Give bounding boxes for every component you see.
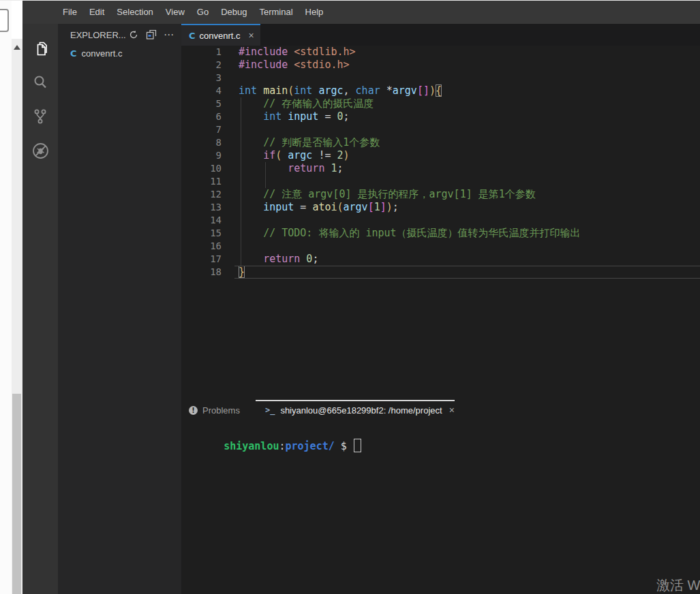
menu-debug[interactable]: Debug [215, 7, 253, 17]
terminal-prompt: shiyanlou:project/ $ [224, 440, 353, 452]
code-text: return 1; [181, 162, 700, 175]
code-line[interactable]: 15 // TODO: 将输入的 input（摄氏温度）值转为华氏温度并打印输出 [181, 227, 700, 240]
close-icon[interactable]: × [449, 405, 455, 416]
line-number: 13 [181, 201, 222, 214]
menu-file[interactable]: File [57, 7, 83, 17]
code-line[interactable]: 17 return 0; [181, 253, 700, 266]
code-line[interactable]: 4int main(int argc, char *argv[]){ [181, 84, 700, 97]
line-number: 5 [181, 97, 222, 110]
code-line[interactable]: 3 [181, 72, 700, 84]
code-text: // 判断是否输入1个参数 [181, 136, 700, 149]
sidebar-item-explorer[interactable] [22, 31, 58, 65]
clipped-edge-widget [0, 9, 9, 32]
line-number: 1 [181, 46, 222, 59]
terminal-tab-label: shiyanlou@665e18299bf2: /home/project [280, 405, 442, 416]
menu-view[interactable]: View [159, 7, 191, 17]
code-line[interactable]: 9 if( argc != 2) [181, 149, 700, 162]
line-number: 7 [181, 123, 222, 136]
collapse-all-icon[interactable] [146, 29, 157, 40]
search-icon [31, 74, 49, 91]
line-number: 16 [181, 240, 222, 253]
left-edge-strip [0, 0, 12, 594]
sidebar-item-search[interactable] [22, 65, 58, 99]
code-text: } [181, 266, 700, 279]
files-icon [31, 40, 49, 57]
line-number: 9 [181, 149, 222, 162]
file-item-label: convenrt.c [82, 48, 123, 59]
code-text: #include <stdio.h> [181, 59, 700, 72]
code-line[interactable]: 1#include <stdlib.h> [181, 46, 700, 59]
tab-label: convenrt.c [200, 31, 241, 41]
line-number: 2 [181, 59, 222, 72]
line-number: 6 [181, 110, 222, 123]
page-scrollbar[interactable] [12, 0, 22, 594]
explorer-header: EXPLORER... ⋯ [58, 24, 181, 46]
editor-group: C convenrt.c × 1#include <stdlib.h>2#inc… [181, 24, 700, 594]
menu-terminal[interactable]: Terminal [253, 7, 299, 17]
menu-edit[interactable]: Edit [83, 7, 110, 17]
activate-windows-watermark: 激活 W [656, 576, 700, 594]
code-text: if( argc != 2) [181, 149, 700, 162]
scrollbar-thumb[interactable] [12, 394, 21, 594]
close-icon[interactable]: × [249, 31, 254, 40]
git-branch-icon [31, 108, 49, 125]
code-line[interactable]: 7 [181, 123, 700, 136]
line-number: 14 [181, 214, 222, 227]
ide-window: { "menu_bar": { "items": ["File", "Edit"… [0, 0, 700, 594]
bottom-panel: ! Problems >_ shiyanlou@665e18299bf2: /h… [181, 400, 700, 594]
panel-tab-bar: ! Problems >_ shiyanlou@665e18299bf2: /h… [181, 400, 700, 420]
explorer-sidebar: EXPLORER... ⋯ C convenrt.c [58, 24, 181, 594]
menu-help[interactable]: Help [299, 7, 330, 17]
line-number: 3 [181, 72, 222, 84]
code-line[interactable]: 13 input = atoi(argv[1]); [181, 201, 700, 214]
code-line[interactable]: 18} [181, 266, 700, 279]
debug-disabled-icon [31, 142, 50, 160]
problems-tab-label: Problems [202, 405, 240, 416]
explorer-title: EXPLORER... [70, 30, 126, 40]
code-line[interactable]: 6 int input = 0; [181, 110, 700, 123]
tab-terminal[interactable]: >_ shiyanlou@665e18299bf2: /home/project… [265, 405, 455, 416]
code-line[interactable]: 8 // 判断是否输入1个参数 [181, 136, 700, 149]
scrollbar-track[interactable] [12, 39, 22, 594]
line-number: 4 [181, 84, 222, 97]
code-line[interactable]: 10 return 1; [181, 162, 700, 175]
tab-convenrt-c[interactable]: C convenrt.c × [181, 24, 260, 46]
code-line[interactable]: 14 [181, 214, 700, 227]
code-text: // 注意 argv[0] 是执行的程序，argv[1] 是第1个参数 [181, 188, 700, 201]
code-editor[interactable]: 1#include <stdlib.h>2#include <stdio.h>3… [181, 46, 700, 400]
line-number: 11 [181, 175, 222, 188]
menu-bar: File Edit Selection View Go Debug Termin… [22, 0, 700, 24]
c-file-icon: C [70, 48, 77, 59]
menu-go[interactable]: Go [191, 7, 215, 17]
tab-problems[interactable]: ! Problems [189, 405, 240, 416]
line-number: 15 [181, 227, 222, 240]
scroll-up-arrow-icon[interactable] [14, 45, 20, 50]
problems-icon: ! [189, 406, 198, 415]
file-item-convenrt-c[interactable]: C convenrt.c [58, 46, 181, 61]
code-line[interactable]: 5 // 存储输入的摄氏温度 [181, 97, 700, 110]
code-text: // TODO: 将输入的 input（摄氏温度）值转为华氏温度并打印输出 [181, 227, 700, 240]
refresh-icon[interactable] [128, 29, 139, 40]
line-number: 12 [181, 188, 222, 201]
code-text: int main(int argc, char *argv[]){ [181, 84, 700, 97]
code-line[interactable]: 16 [181, 240, 700, 253]
menu-selection[interactable]: Selection [110, 7, 159, 17]
code-line[interactable]: 2#include <stdio.h> [181, 59, 700, 72]
c-file-icon: C [189, 31, 196, 41]
active-tab-indicator [256, 400, 455, 401]
sidebar-item-source-control[interactable] [22, 99, 58, 134]
activity-bar [22, 24, 58, 594]
code-text: #include <stdlib.h> [181, 46, 700, 59]
line-number: 8 [181, 136, 222, 149]
code-text: input = atoi(argv[1]); [181, 201, 700, 214]
more-actions-icon[interactable]: ⋯ [164, 29, 174, 40]
terminal[interactable]: shiyanlou:project/ $ [181, 420, 700, 465]
code-text: // 存储输入的摄氏温度 [181, 97, 700, 110]
code-line[interactable]: 12 // 注意 argv[0] 是执行的程序，argv[1] 是第1个参数 [181, 188, 700, 201]
code-line[interactable]: 11 [181, 175, 700, 188]
sidebar-item-debug[interactable] [22, 134, 58, 168]
line-number: 17 [181, 253, 222, 266]
indent-guide [241, 97, 241, 266]
window-top-edge [0, 0, 700, 1]
line-number: 18 [181, 266, 222, 279]
